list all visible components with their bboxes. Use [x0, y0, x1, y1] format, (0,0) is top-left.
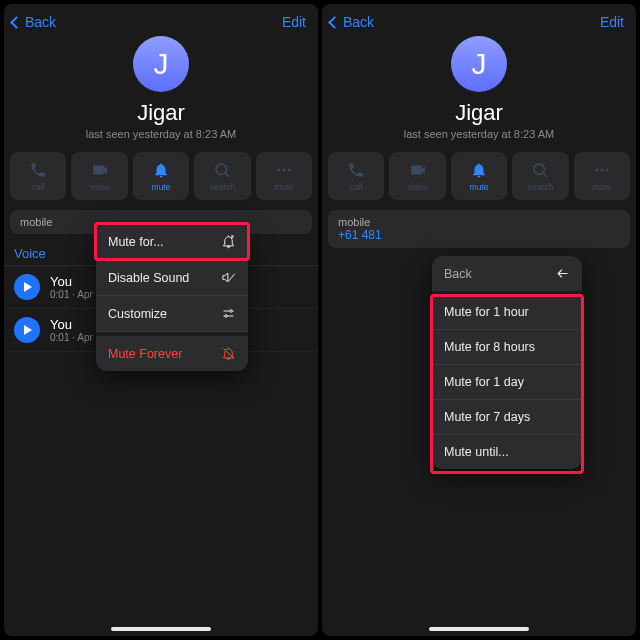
- svg-point-3: [288, 168, 291, 171]
- svg-point-1: [277, 168, 280, 171]
- svg-point-8: [600, 168, 603, 171]
- svg-point-9: [606, 168, 609, 171]
- video-icon: [91, 161, 109, 179]
- contact-name: Jigar: [322, 100, 636, 126]
- speaker-off-icon: [221, 270, 236, 285]
- sliders-icon: [221, 306, 236, 321]
- chevron-left-icon: [10, 16, 23, 29]
- mute-until-item[interactable]: Mute until...: [432, 435, 582, 469]
- svg-point-4: [230, 310, 233, 313]
- contact-name: Jigar: [4, 100, 318, 126]
- video-label: video: [89, 182, 109, 192]
- play-icon: [24, 282, 32, 292]
- home-indicator[interactable]: [111, 627, 211, 631]
- phone-icon: [29, 161, 47, 179]
- mute-label: mute: [152, 182, 171, 192]
- mute-duration-popup: Back Mute for 1 hour Mute for 8 hours Mu…: [432, 256, 582, 469]
- avatar[interactable]: J: [133, 36, 189, 92]
- video-action[interactable]: video: [389, 152, 445, 200]
- more-icon: [275, 161, 293, 179]
- customize-item[interactable]: Customize: [96, 296, 248, 332]
- play-button[interactable]: [14, 317, 40, 343]
- search-label: search: [210, 182, 236, 192]
- back-button[interactable]: Back: [12, 14, 56, 30]
- action-row: call video mute search more: [4, 152, 318, 200]
- mute-for-item[interactable]: Mute for...: [96, 224, 248, 260]
- mute-1h-item[interactable]: Mute for 1 hour: [432, 295, 582, 330]
- mute-action[interactable]: mute: [451, 152, 507, 200]
- call-label: call: [350, 182, 363, 192]
- more-action[interactable]: more: [256, 152, 312, 200]
- back-label: Back: [25, 14, 56, 30]
- play-icon: [24, 325, 32, 335]
- video-label: video: [407, 182, 427, 192]
- mute-forever-item[interactable]: Mute Forever: [96, 332, 248, 371]
- navbar: Back Edit: [322, 4, 636, 36]
- phone-screen-right: Back Edit J Jigar last seen yesterday at…: [322, 4, 636, 636]
- edit-button[interactable]: Edit: [282, 14, 306, 30]
- bell-off-icon: [221, 346, 236, 361]
- more-label: more: [592, 182, 611, 192]
- svg-point-5: [225, 315, 228, 318]
- action-row: call video mute search more: [322, 152, 636, 200]
- popup-back-item[interactable]: Back: [432, 256, 582, 295]
- search-action[interactable]: search: [512, 152, 568, 200]
- mute-action[interactable]: mute: [133, 152, 189, 200]
- mute-label: mute: [470, 182, 489, 192]
- more-label: more: [274, 182, 293, 192]
- bell-icon: [470, 161, 488, 179]
- more-icon: [593, 161, 611, 179]
- last-seen: last seen yesterday at 8:23 AM: [4, 128, 318, 140]
- svg-point-6: [534, 164, 545, 175]
- avatar-initial: J: [154, 47, 169, 81]
- svg-point-7: [595, 168, 598, 171]
- navbar: Back Edit: [4, 4, 318, 36]
- edit-button[interactable]: Edit: [600, 14, 624, 30]
- mute-8h-item[interactable]: Mute for 8 hours: [432, 330, 582, 365]
- search-label: search: [528, 182, 554, 192]
- customize-label: Customize: [108, 307, 167, 321]
- mute-7d-item[interactable]: Mute for 7 days: [432, 400, 582, 435]
- home-indicator[interactable]: [429, 627, 529, 631]
- phone-screen-left: Back Edit J Jigar last seen yesterday at…: [4, 4, 318, 636]
- disable-sound-item[interactable]: Disable Sound: [96, 260, 248, 296]
- more-action[interactable]: more: [574, 152, 630, 200]
- video-action[interactable]: video: [71, 152, 127, 200]
- mute-for-label: Mute for...: [108, 235, 164, 249]
- video-icon: [409, 161, 427, 179]
- mute-popup: Mute for... Disable Sound Customize Mute…: [96, 224, 248, 371]
- chevron-left-icon: [328, 16, 341, 29]
- disable-sound-label: Disable Sound: [108, 271, 189, 285]
- back-button[interactable]: Back: [330, 14, 374, 30]
- mute-forever-label: Mute Forever: [108, 347, 182, 361]
- mobile-number: +61 481: [338, 228, 620, 242]
- avatar-initial: J: [472, 47, 487, 81]
- search-action[interactable]: search: [194, 152, 250, 200]
- phone-icon: [347, 161, 365, 179]
- avatar[interactable]: J: [451, 36, 507, 92]
- bell-z-icon: [221, 234, 236, 249]
- popup-back-label: Back: [444, 267, 472, 281]
- mute-1d-item[interactable]: Mute for 1 day: [432, 365, 582, 400]
- play-button[interactable]: [14, 274, 40, 300]
- back-label: Back: [343, 14, 374, 30]
- svg-point-0: [216, 164, 227, 175]
- mobile-label: mobile: [338, 216, 620, 228]
- last-seen: last seen yesterday at 8:23 AM: [322, 128, 636, 140]
- bell-icon: [152, 161, 170, 179]
- call-label: call: [32, 182, 45, 192]
- search-icon: [213, 161, 231, 179]
- call-action[interactable]: call: [328, 152, 384, 200]
- arrow-left-icon: [555, 266, 570, 281]
- call-action[interactable]: call: [10, 152, 66, 200]
- search-icon: [531, 161, 549, 179]
- svg-point-2: [282, 168, 285, 171]
- mobile-row[interactable]: mobile +61 481: [328, 210, 630, 248]
